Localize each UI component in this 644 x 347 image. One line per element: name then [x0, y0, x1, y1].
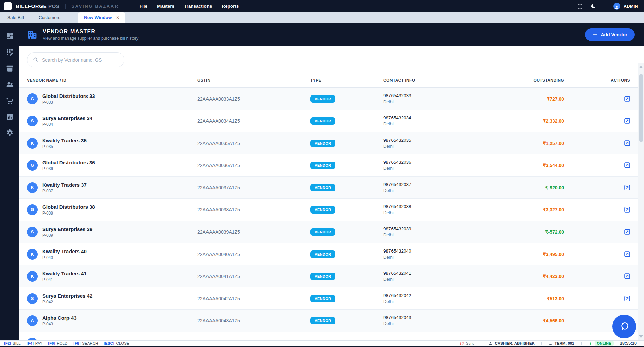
chat-support-button[interactable] — [612, 315, 636, 338]
vendor-type-badge: VENDOR — [310, 228, 335, 236]
open-vendor-button[interactable] — [623, 206, 631, 214]
open-vendor-button[interactable] — [623, 140, 631, 147]
vendor-cell: MMega Industries 44 — [19, 338, 197, 341]
table-row[interactable]: GGlobal Distributors 36P-03622AAAAA0036A… — [19, 154, 644, 177]
outstanding-amount: ₹3,327.00 — [514, 207, 564, 213]
vendor-gstin: 22AAAAA0034A1Z5 — [197, 118, 310, 124]
contact-city: Delhi — [383, 144, 514, 149]
shortcut-bill[interactable]: [F2]BILL — [4, 341, 21, 345]
table-row[interactable]: SSurya Enterprises 34P-03422AAAAA0034A1Z… — [19, 110, 644, 132]
vendor-id: P-033 — [42, 100, 95, 105]
vendor-name: Kwality Traders 37 — [42, 182, 87, 188]
table-row[interactable]: KKwality Traders 35P-03522AAAAA0035A1Z5V… — [19, 132, 644, 154]
outstanding-amount: ₹727.00 — [514, 96, 564, 102]
sidebar-item-settings[interactable] — [5, 129, 14, 138]
tab-close-icon[interactable]: ✕ — [116, 15, 119, 20]
contact-phone: 98765432039 — [383, 226, 514, 231]
vendor-gstin: 22AAAAA0038A1Z5 — [197, 207, 310, 213]
vendor-name: Kwality Traders 35 — [42, 138, 87, 143]
scroll-down-arrow[interactable] — [639, 335, 643, 338]
actions-cell — [564, 228, 644, 236]
user-menu[interactable]: ADMIN — [613, 3, 638, 10]
sidebar-item-inventory[interactable] — [5, 65, 14, 74]
add-vendor-label: Add Vendor — [601, 32, 627, 37]
table-row[interactable]: KKwality Traders 41P-04122AAAAA0041A1Z5V… — [19, 265, 644, 287]
chat-bubble-icon — [618, 320, 630, 333]
sidebar-item-billing[interactable] — [5, 48, 14, 57]
type-cell: VENDOR — [310, 184, 383, 191]
type-cell: VENDOR — [310, 140, 383, 147]
user-avatar-icon — [613, 3, 620, 10]
shortcut-search[interactable]: [F8]SEARCH — [73, 341, 98, 345]
shortcut-hold[interactable]: [F6]HOLD — [48, 341, 67, 345]
open-vendor-button[interactable] — [623, 95, 631, 103]
table-row[interactable]: KKwality Traders 37P-03722AAAAA0037A1Z5V… — [19, 177, 644, 199]
contact-phone: 98765432035 — [383, 138, 514, 143]
sidebar-item-dashboard[interactable] — [5, 32, 14, 41]
sidebar-item-cart[interactable] — [5, 97, 14, 106]
vendor-type-badge: VENDOR — [310, 117, 335, 125]
sync-status[interactable]: Sync — [460, 341, 475, 346]
vendor-type-badge: VENDOR — [310, 273, 335, 280]
status-bar: [F2]BILL[F4]PAY[F6]HOLD[F8]SEARCH[ESC]CL… — [0, 340, 644, 346]
vertical-scrollbar[interactable] — [638, 63, 644, 340]
actions-cell — [564, 250, 644, 258]
vendor-search-input[interactable] — [42, 57, 119, 63]
table-row[interactable]: KKwality Traders 40P-04022AAAAA0040A1Z5V… — [19, 243, 644, 265]
vendor-avatar: K — [27, 138, 38, 149]
menu-transactions[interactable]: Transactions — [184, 4, 212, 9]
menu-masters[interactable]: Masters — [157, 4, 174, 9]
open-vendor-button[interactable] — [623, 228, 631, 236]
table-row[interactable]: AAlpha Corp 43P-04322AAAAA0043A1Z5VENDOR… — [19, 310, 644, 332]
contact-city: Delhi — [383, 299, 514, 304]
sidebar-item-customers[interactable] — [5, 81, 14, 90]
table-header: VENDOR NAME / IDGSTINTYPECONTACT INFOOUT… — [19, 73, 644, 88]
vendor-type-badge: VENDOR — [310, 184, 335, 191]
scrollbar-thumb[interactable] — [639, 74, 643, 142]
open-vendor-button[interactable] — [623, 162, 631, 169]
building-icon — [27, 29, 38, 40]
vendor-name-wrap: Surya Enterprises 34P-034 — [42, 115, 92, 127]
dark-mode-moon-icon[interactable] — [590, 3, 596, 9]
open-vendor-button[interactable] — [623, 184, 631, 191]
cashier-label: CASHIER: ABHISHEK — [495, 341, 534, 345]
shortcut-label: PAY — [35, 341, 42, 345]
shortcut-key: [ESC] — [104, 341, 114, 345]
contact-cell: 98765432040Delhi — [383, 248, 514, 260]
shortcut-close[interactable]: [ESC]CLOSE — [104, 341, 129, 345]
external-link-icon — [624, 120, 631, 125]
sidebar-item-reports[interactable] — [5, 113, 14, 122]
vendor-name: Kwality Traders 40 — [42, 248, 87, 254]
menu-reports[interactable]: Reports — [222, 4, 239, 9]
vendor-cell: KKwality Traders 41P-041 — [19, 271, 197, 282]
vendor-avatar: G — [27, 204, 38, 215]
outstanding-amount: ₹3,544.00 — [514, 163, 564, 168]
vendor-cell: GGlobal Distributors 33P-033 — [19, 93, 197, 105]
table-row[interactable]: SSurya Enterprises 39P-03922AAAAA0039A1Z… — [19, 221, 644, 243]
vendor-name: Global Distributors 38 — [42, 204, 95, 210]
vendor-name: Kwality Traders 41 — [42, 271, 87, 276]
menu-file[interactable]: File — [140, 4, 147, 9]
open-vendor-button[interactable] — [623, 273, 631, 280]
tab-new-window[interactable]: New Window✕ — [78, 12, 125, 23]
open-vendor-button[interactable] — [623, 295, 631, 302]
open-vendor-button[interactable] — [623, 117, 631, 125]
vendor-name: Surya Enterprises 42 — [42, 293, 92, 299]
shortcut-pay[interactable]: [F4]PAY — [27, 341, 42, 345]
column-header-outstanding: OUTSTANDING — [514, 78, 564, 83]
sync-label: Sync — [466, 341, 475, 345]
open-vendor-button[interactable] — [623, 250, 631, 258]
outstanding-amount: ₹4,423.00 — [514, 274, 564, 279]
table-row[interactable]: GGlobal Distributors 38P-03822AAAAA0038A… — [19, 199, 644, 221]
table-row[interactable]: MMega Industries 44 — [19, 332, 644, 340]
table-row[interactable]: SSurya Enterprises 42P-04222AAAAA0042A1Z… — [19, 287, 644, 310]
fullscreen-icon[interactable] — [577, 3, 583, 9]
vendor-search-box[interactable] — [27, 52, 124, 67]
tab-sale-bill[interactable]: Sale Bill — [0, 12, 31, 23]
table-row[interactable]: GGlobal Distributors 33P-03322AAAAA0033A… — [19, 88, 644, 110]
add-vendor-button[interactable]: Add Vendor — [585, 28, 635, 41]
tab-customers[interactable]: Customers — [31, 12, 68, 23]
scroll-up-arrow[interactable] — [639, 66, 643, 68]
vendor-avatar: G — [27, 93, 38, 104]
vendor-id: P-043 — [42, 322, 77, 326]
